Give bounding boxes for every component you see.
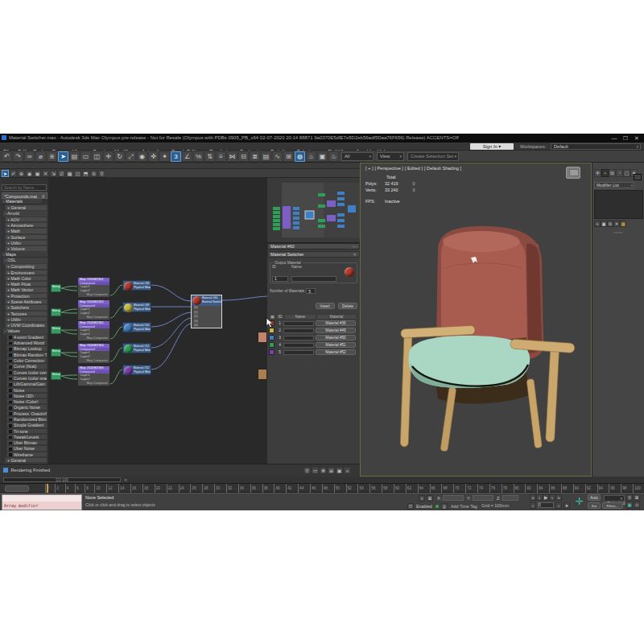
browser-item[interactable]: Bitmap Random Tiling <box>6 352 47 357</box>
browser-item[interactable]: Randomized Bitmaps <box>6 416 47 422</box>
large-transform-icon[interactable]: ✛ <box>573 494 586 509</box>
render-production-icon[interactable]: ♨ <box>328 151 339 162</box>
browser-item[interactable]: Curves (color gradient) <box>6 375 47 381</box>
create-selection-set-combo[interactable]: ▾Create Selection Set <box>407 152 459 161</box>
partial-node[interactable] <box>258 369 267 380</box>
browser-item[interactable]: 4-point Gradient <box>6 334 47 340</box>
lock-icon[interactable]: ◎ <box>441 503 448 510</box>
material-node[interactable]: Material #50Physical Mate... <box>122 322 151 332</box>
browser-item[interactable]: Uber Noise <box>6 445 47 451</box>
select-by-material-icon[interactable]: ⚲ <box>98 170 105 177</box>
layout-all-icon[interactable]: ≋ <box>90 170 97 177</box>
workspace-dropdown[interactable]: ▾Default <box>551 143 641 150</box>
material-node[interactable]: Material #52Physical Mate... <box>122 365 151 375</box>
hierarchy-tab[interactable]: ⧉ <box>609 169 616 177</box>
browser-item[interactable]: Simple Gradient <box>6 422 47 427</box>
sign-in-button[interactable]: Sign In ▾ <box>470 143 514 150</box>
material-node[interactable]: Material #36Physical Mate... <box>122 280 151 291</box>
output-id-spinner[interactable] <box>272 276 288 282</box>
browser-item[interactable]: + Math <box>5 228 47 233</box>
put-to-library-icon[interactable]: ⊕ <box>18 170 25 177</box>
material-node[interactable]: Material #49Physical Mate... <box>122 302 151 312</box>
timeline[interactable]: 0246810121416182022242628303234363840424… <box>0 483 644 493</box>
redo-icon[interactable]: ↷ <box>13 151 23 162</box>
compound-node[interactable]: Map #324367301 Compound Layer1 Layer2 Ma… <box>77 277 110 298</box>
browser-item[interactable]: + General <box>5 204 47 210</box>
time-tag-icon[interactable]: ∅ <box>407 503 414 510</box>
make-unique-icon[interactable]: ⧉ <box>607 221 613 227</box>
selection-filter-dropdown[interactable]: ▾All <box>341 152 374 161</box>
view-zoom-selected-icon[interactable]: ▣ <box>336 467 343 474</box>
browser-item[interactable]: Noise <box>6 387 47 393</box>
select-and-scale-icon[interactable]: ⤢ <box>126 151 136 162</box>
navigator-minimap[interactable] <box>267 178 360 243</box>
compound-node[interactable]: Map #324367302 Compound Layer1 Layer2 Ma… <box>77 320 110 341</box>
output-name-field[interactable] <box>291 276 336 282</box>
zoom-extents-icon[interactable]: ▣ <box>626 502 633 508</box>
angle-snap-icon[interactable]: ∠ <box>182 151 192 162</box>
material-row-name-field[interactable] <box>283 336 314 341</box>
menu-icon[interactable]: ≣ <box>42 193 45 200</box>
select-and-rotate-icon[interactable]: ↻ <box>114 151 125 162</box>
browser-root-item[interactable]: ≣*Compounds.mat <box>2 192 47 199</box>
fov-icon[interactable]: ◇ <box>634 502 640 508</box>
window-crossing-icon[interactable]: ◫ <box>92 151 102 162</box>
edit-named-selections-icon[interactable]: ≡ <box>216 151 226 162</box>
material-switcher-rollout[interactable]: ✕Material Switcher <box>267 251 360 258</box>
compound-node[interactable]: Map #324367304 Compound Layer1 Layer2 Ma… <box>77 343 110 364</box>
material-row-swatch[interactable] <box>269 349 275 355</box>
material-row-button[interactable]: Material #50 <box>316 335 356 341</box>
reference-coordinate-dropdown[interactable]: ▾View <box>377 152 404 161</box>
y-coordinate-field[interactable] <box>473 495 493 501</box>
schematic-view-icon[interactable]: ⊞ <box>283 151 294 162</box>
browser-item[interactable]: + Compositing <box>5 263 47 269</box>
curve-editor-icon[interactable]: ∿ <box>272 151 283 162</box>
browser-item[interactable]: + Volume <box>5 246 47 251</box>
material-row-button[interactable]: Material #51 <box>316 342 356 348</box>
view-zoom-icon[interactable]: ⚲ <box>303 467 311 474</box>
insert-button[interactable]: Insert <box>316 303 335 309</box>
browser-item[interactable]: - Maps <box>2 252 47 258</box>
previous-frame-icon[interactable]: ‹ <box>536 494 543 501</box>
browser-item[interactable]: + Math Float <box>5 281 47 287</box>
configure-modifier-sets-icon[interactable]: ▦ <box>620 221 626 227</box>
browser-item[interactable]: Tweak/Levels <box>6 434 47 440</box>
zoom-region-icon[interactable]: ▭ <box>626 509 633 510</box>
keyboard-override-icon[interactable]: ✦ <box>159 151 170 162</box>
browser-item[interactable]: Tri-tone <box>6 428 47 434</box>
maximize-button[interactable]: ☐ <box>620 134 631 142</box>
modify-tab[interactable]: ⌁ <box>601 169 609 177</box>
object-color-swatch[interactable] <box>634 174 642 180</box>
key-mode-icon[interactable]: ● <box>564 502 570 509</box>
select-object-icon[interactable]: ➤ <box>58 151 68 162</box>
undo-icon[interactable]: ↶ <box>2 151 12 162</box>
browser-item[interactable]: + Utility <box>5 316 47 322</box>
material-row-swatch[interactable] <box>269 328 275 333</box>
browser-item[interactable]: Noise (3D) <box>6 393 47 398</box>
time-slider-handle[interactable] <box>5 485 29 492</box>
chair-model[interactable] <box>361 163 592 477</box>
snaps-toggle-icon[interactable]: 3 <box>171 151 181 162</box>
pan-icon[interactable]: ✥ <box>634 509 640 510</box>
material-editor-icon[interactable]: ◍ <box>295 151 305 162</box>
select-and-move-icon[interactable]: ✛ <box>103 151 114 162</box>
spinner-snap-icon[interactable]: ⇅ <box>204 151 215 162</box>
material-row-button[interactable]: Material #49 <box>316 328 356 333</box>
node-output[interactable]: Map Composite <box>86 316 108 319</box>
material-row-swatch[interactable] <box>269 335 275 341</box>
current-frame-field[interactable] <box>538 502 554 508</box>
go-to-start-icon[interactable]: « <box>530 494 536 501</box>
show-end-result-icon[interactable]: ▣ <box>601 221 607 227</box>
node-output[interactable]: Map Composite <box>86 293 108 296</box>
browser-item[interactable]: Lift/Gamma/Gain <box>6 381 47 386</box>
bitmap-node[interactable]: Bitmap <box>51 284 61 292</box>
browser-item[interactable]: - Arnold <box>3 211 47 217</box>
absolute-mode-icon[interactable]: ⊞ <box>427 495 433 502</box>
browser-item[interactable]: Curve (float) <box>6 363 47 369</box>
material-row-button[interactable]: Material #52 <box>316 349 356 355</box>
material-row-name-field[interactable] <box>283 328 314 333</box>
browser-item[interactable]: + Projection <box>5 293 47 299</box>
pin-stack-icon[interactable]: ⌖ <box>594 221 601 227</box>
collapse-icon[interactable]: — <box>353 244 357 250</box>
view-pan-icon[interactable]: ✥ <box>320 467 327 474</box>
